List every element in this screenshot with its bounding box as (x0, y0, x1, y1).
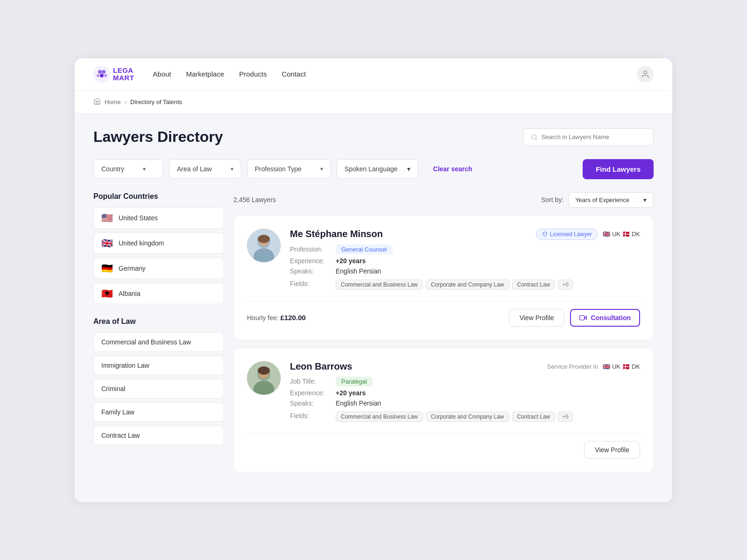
law-item-immigration[interactable]: Immigration Law (93, 356, 224, 375)
popular-countries-section: Popular Countries 🇺🇸 United States 🇬🇧 Un… (93, 192, 224, 304)
country-name-uk: United kingdom (119, 239, 164, 247)
speaks-label-1: Speaks: (290, 267, 332, 275)
consultation-label: Consultation (591, 314, 631, 322)
nav-about[interactable]: About (153, 70, 171, 78)
sort-chevron-icon: ▾ (643, 196, 647, 203)
country-item-uk[interactable]: 🇬🇧 United kingdom (93, 232, 224, 254)
nav-contact[interactable]: Contact (282, 70, 306, 78)
chevron-down-icon: ▾ (231, 166, 233, 172)
profession-row-1: Profession: General Counsel (290, 245, 640, 254)
fields-tags-1: Commercial and Business Law Corporate an… (336, 280, 573, 290)
licensed-badge: Licensed Lawyer (536, 229, 598, 240)
svg-point-20 (258, 366, 270, 375)
country-filter[interactable]: Country ▾ (93, 159, 163, 179)
dk-label-1: DK (632, 231, 640, 238)
country-flags-1: 🇬🇧 UK 🇩🇰 DK (603, 231, 640, 238)
area-of-law-title: Area of Law (93, 317, 224, 326)
experience-row-1: Experience: +20 years (290, 257, 640, 265)
profession-label-2: Job Title: (290, 378, 332, 385)
uk-label-1: UK (612, 231, 620, 238)
dk-flag-badge-2: 🇩🇰 (622, 363, 630, 370)
filter-row: Country ▾ Area of Law ▾ Profession Type … (93, 159, 654, 179)
breadcrumb-chevron: › (125, 98, 127, 105)
chevron-down-icon: ▾ (143, 166, 146, 172)
speaks-value-1: English Persian (336, 267, 381, 275)
nav-products[interactable]: Products (239, 70, 267, 78)
fields-extra-2: +6 (558, 412, 573, 422)
search-box[interactable] (523, 128, 654, 146)
fee-amount-1: £120.00 (281, 314, 306, 322)
nav-marketplace[interactable]: Marketplace (186, 70, 225, 78)
card-badges-1: Licensed Lawyer 🇬🇧 UK 🇩🇰 DK (536, 229, 640, 240)
page-title: Lawyers Directory (93, 128, 223, 146)
country-name-us: United States (119, 214, 158, 222)
svg-point-3 (100, 74, 104, 77)
card-footer-2: View Profile (247, 433, 640, 459)
navbar: LEGA MART About Marketplace Products Con… (75, 58, 672, 91)
uk-flag-badge: 🇬🇧 (603, 231, 610, 238)
svg-point-6 (644, 71, 647, 74)
nav-links: About Marketplace Products Contact (153, 70, 306, 78)
country-item-de[interactable]: 🇩🇪 Germany (93, 258, 224, 279)
speaks-value-2: English Persian (336, 399, 381, 407)
law-item-commercial[interactable]: Commercial and Business Law (93, 332, 224, 352)
sort-select[interactable]: Years of Experience ▾ (568, 192, 654, 208)
card-top-2: Leon Barrows Service Provider in 🇬🇧 UK 🇩… (247, 361, 640, 425)
country-item-al[interactable]: 🇦🇱 Albania (93, 283, 224, 304)
svg-point-1 (98, 70, 102, 74)
chevron-down-icon: ▾ (320, 166, 323, 172)
experience-value-2: +20 years (336, 389, 366, 397)
sort-label: Sort by: (541, 196, 564, 203)
breadcrumb-home[interactable]: Home (105, 98, 121, 105)
consultation-button-1[interactable]: Consultation (570, 309, 640, 327)
fields-row-1: Fields: Commercial and Business Law Corp… (290, 278, 640, 290)
uk-flag: 🇬🇧 (101, 238, 113, 248)
field-tag-2a: Commercial and Business Law (336, 412, 423, 422)
fields-tags-2: Commercial and Business Law Corporate an… (336, 412, 573, 422)
law-item-contract[interactable]: Contract Law (93, 426, 224, 445)
card-footer-1: Hourly fee: £120.00 View Profile Consult… (247, 301, 640, 327)
fee-label-1: Hourly fee: (247, 314, 279, 322)
logo-text: LEGA MART (113, 67, 134, 82)
lawyer-name-2: Leon Barrows (290, 361, 352, 372)
lawyer-card-1: Me Stéphane Minson Licensed Lawyer (233, 215, 654, 340)
avatar-2 (247, 361, 281, 395)
results-area: 2,456 Lawyers Sort by: Years of Experien… (233, 192, 654, 480)
law-item-family[interactable]: Family Law (93, 402, 224, 422)
clear-search-button[interactable]: Clear search (428, 161, 478, 176)
country-item-us[interactable]: 🇺🇸 United States (93, 207, 224, 229)
card-actions-1: View Profile Consultation (509, 309, 640, 327)
view-profile-button-2[interactable]: View Profile (584, 441, 640, 459)
country-flags-2: 🇬🇧 UK 🇩🇰 DK (603, 363, 640, 370)
svg-rect-15 (580, 315, 585, 320)
svg-point-7 (532, 134, 536, 139)
experience-label-2: Experience: (290, 389, 332, 397)
area-of-law-filter[interactable]: Area of Law ▾ (169, 159, 241, 179)
dk-label-2: DK (632, 363, 640, 370)
profession-type-filter[interactable]: Profession Type ▾ (247, 159, 331, 179)
card-info-2: Leon Barrows Service Provider in 🇬🇧 UK 🇩… (290, 361, 640, 425)
uk-flag-badge-2: 🇬🇧 (603, 363, 610, 370)
card-badges-2: Service Provider in 🇬🇧 UK 🇩🇰 DK (547, 363, 640, 370)
law-item-criminal[interactable]: Criminal (93, 379, 224, 399)
speaks-label-2: Speaks: (290, 399, 332, 407)
user-icon[interactable] (637, 66, 654, 83)
licensed-label: Licensed Lawyer (550, 231, 592, 238)
experience-row-2: Experience: +20 years (290, 389, 640, 397)
uk-label-2: UK (612, 363, 620, 370)
spoken-language-filter[interactable]: Spoken Language ▾ (337, 159, 418, 179)
al-flag: 🇦🇱 (101, 289, 113, 298)
header-row: Lawyers Directory (93, 128, 654, 146)
field-tag-1c: Contract Law (512, 280, 556, 290)
view-profile-button-1[interactable]: View Profile (509, 309, 565, 327)
avatar-1 (247, 229, 281, 262)
search-input[interactable] (542, 133, 646, 140)
video-icon (579, 314, 587, 322)
field-tag-1a: Commercial and Business Law (336, 280, 423, 290)
main-content: Lawyers Directory Country ▾ Area of Law … (75, 113, 672, 502)
find-lawyers-button[interactable]: Find Lawyers (583, 159, 654, 179)
logo[interactable]: LEGA MART (93, 66, 134, 83)
sort-value: Years of Experience (575, 196, 629, 203)
lawyer-name-1: Me Stéphane Minson (290, 229, 383, 239)
field-tag-2c: Contract Law (512, 412, 556, 422)
